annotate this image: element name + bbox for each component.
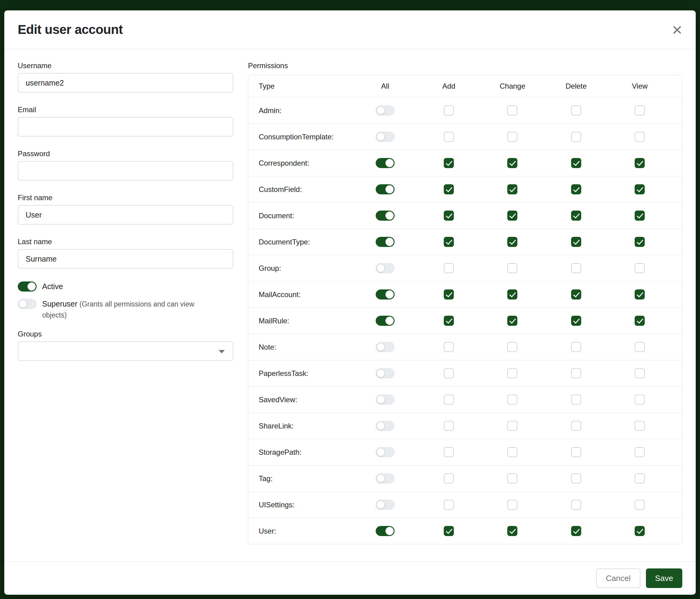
all-toggle[interactable] bbox=[376, 211, 395, 221]
add-checkbox[interactable] bbox=[444, 473, 454, 483]
change-checkbox[interactable] bbox=[507, 368, 517, 378]
all-toggle[interactable] bbox=[376, 184, 395, 194]
change-checkbox[interactable] bbox=[507, 447, 517, 457]
view-checkbox[interactable] bbox=[635, 289, 645, 300]
add-checkbox[interactable] bbox=[444, 394, 454, 405]
view-checkbox[interactable] bbox=[635, 132, 645, 142]
all-toggle[interactable] bbox=[376, 447, 395, 457]
view-checkbox[interactable] bbox=[635, 473, 645, 483]
username-input[interactable] bbox=[18, 73, 233, 93]
add-checkbox[interactable] bbox=[444, 158, 454, 168]
add-checkbox[interactable] bbox=[444, 526, 454, 536]
change-checkbox[interactable] bbox=[507, 289, 517, 300]
view-checkbox[interactable] bbox=[635, 211, 645, 221]
view-checkbox[interactable] bbox=[635, 158, 645, 168]
add-checkbox[interactable] bbox=[444, 211, 454, 221]
add-checkbox[interactable] bbox=[444, 368, 454, 378]
change-checkbox[interactable] bbox=[507, 105, 517, 116]
delete-checkbox[interactable] bbox=[571, 158, 581, 168]
delete-checkbox[interactable] bbox=[571, 289, 581, 300]
change-checkbox[interactable] bbox=[507, 158, 517, 168]
all-toggle[interactable] bbox=[376, 526, 395, 536]
delete-checkbox[interactable] bbox=[571, 263, 581, 273]
change-checkbox[interactable] bbox=[507, 237, 517, 247]
view-checkbox[interactable] bbox=[635, 342, 645, 352]
view-checkbox[interactable] bbox=[635, 526, 645, 536]
change-checkbox[interactable] bbox=[507, 500, 517, 510]
groups-select[interactable] bbox=[18, 341, 233, 361]
delete-checkbox[interactable] bbox=[571, 342, 581, 352]
add-checkbox[interactable] bbox=[444, 316, 454, 326]
delete-checkbox[interactable] bbox=[571, 500, 581, 510]
delete-checkbox[interactable] bbox=[571, 105, 581, 116]
delete-checkbox[interactable] bbox=[571, 394, 581, 405]
delete-checkbox[interactable] bbox=[571, 184, 581, 194]
delete-checkbox[interactable] bbox=[571, 473, 581, 483]
all-toggle[interactable] bbox=[376, 500, 395, 510]
add-checkbox[interactable] bbox=[444, 289, 454, 300]
view-checkbox[interactable] bbox=[635, 421, 645, 431]
all-toggle[interactable] bbox=[376, 105, 395, 116]
change-checkbox[interactable] bbox=[507, 394, 517, 405]
view-checkbox[interactable] bbox=[635, 500, 645, 510]
col-header-add: Add bbox=[417, 82, 480, 91]
delete-checkbox[interactable] bbox=[571, 211, 581, 221]
change-checkbox[interactable] bbox=[507, 473, 517, 483]
all-toggle[interactable] bbox=[376, 158, 395, 168]
add-checkbox[interactable] bbox=[444, 184, 454, 194]
all-toggle[interactable] bbox=[376, 132, 395, 142]
all-toggle[interactable] bbox=[376, 237, 395, 247]
save-button[interactable]: Save bbox=[646, 569, 682, 588]
add-checkbox[interactable] bbox=[444, 105, 454, 116]
view-checkbox[interactable] bbox=[635, 394, 645, 405]
view-checkbox[interactable] bbox=[635, 263, 645, 273]
add-checkbox[interactable] bbox=[444, 500, 454, 510]
toggle-knob bbox=[385, 527, 394, 535]
email-input[interactable] bbox=[18, 117, 233, 137]
change-checkbox[interactable] bbox=[507, 263, 517, 273]
close-icon[interactable]: × bbox=[672, 21, 682, 39]
all-toggle[interactable] bbox=[376, 342, 395, 352]
all-toggle[interactable] bbox=[376, 289, 395, 300]
all-toggle[interactable] bbox=[376, 473, 395, 483]
add-checkbox[interactable] bbox=[444, 132, 454, 142]
change-checkbox[interactable] bbox=[507, 421, 517, 431]
delete-checkbox[interactable] bbox=[571, 421, 581, 431]
toggle-knob bbox=[385, 317, 394, 325]
all-toggle[interactable] bbox=[376, 263, 395, 273]
superuser-toggle[interactable] bbox=[18, 299, 36, 309]
add-checkbox[interactable] bbox=[444, 342, 454, 352]
view-checkbox[interactable] bbox=[635, 105, 645, 116]
view-checkbox[interactable] bbox=[635, 316, 645, 326]
change-checkbox[interactable] bbox=[507, 184, 517, 194]
view-checkbox[interactable] bbox=[635, 237, 645, 247]
all-toggle[interactable] bbox=[376, 394, 395, 405]
delete-checkbox[interactable] bbox=[571, 237, 581, 247]
add-checkbox[interactable] bbox=[444, 421, 454, 431]
permission-row: Note: bbox=[248, 334, 682, 360]
add-checkbox[interactable] bbox=[444, 263, 454, 273]
change-checkbox[interactable] bbox=[507, 211, 517, 221]
first-name-input[interactable] bbox=[18, 205, 233, 224]
last-name-input[interactable] bbox=[18, 249, 233, 269]
view-checkbox[interactable] bbox=[635, 368, 645, 378]
change-checkbox[interactable] bbox=[507, 526, 517, 536]
all-toggle[interactable] bbox=[376, 368, 395, 378]
all-toggle[interactable] bbox=[376, 316, 395, 326]
delete-checkbox[interactable] bbox=[571, 368, 581, 378]
delete-checkbox[interactable] bbox=[571, 447, 581, 457]
delete-checkbox[interactable] bbox=[571, 316, 581, 326]
delete-checkbox[interactable] bbox=[571, 526, 581, 536]
password-input[interactable] bbox=[18, 161, 233, 181]
cancel-button[interactable]: Cancel bbox=[596, 569, 641, 588]
add-checkbox[interactable] bbox=[444, 447, 454, 457]
add-checkbox[interactable] bbox=[444, 237, 454, 247]
view-checkbox[interactable] bbox=[635, 184, 645, 194]
all-toggle[interactable] bbox=[376, 421, 395, 431]
active-toggle[interactable] bbox=[18, 282, 36, 291]
change-checkbox[interactable] bbox=[507, 342, 517, 352]
change-checkbox[interactable] bbox=[507, 132, 517, 142]
view-checkbox[interactable] bbox=[635, 447, 645, 457]
delete-checkbox[interactable] bbox=[571, 132, 581, 142]
change-checkbox[interactable] bbox=[507, 316, 517, 326]
